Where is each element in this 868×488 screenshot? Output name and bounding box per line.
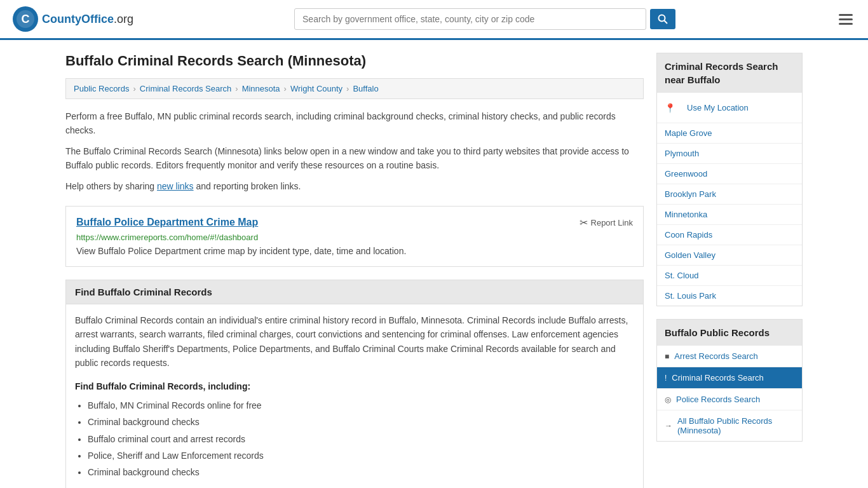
breadcrumb-sep-4: › bbox=[346, 84, 349, 93]
page-header: C CountyOffice.org bbox=[0, 0, 868, 40]
breadcrumb-minnesota[interactable]: Minnesota bbox=[242, 84, 280, 93]
breadcrumb-wright-county[interactable]: Wright County bbox=[290, 84, 342, 93]
search-input[interactable] bbox=[294, 8, 646, 30]
location-pin-icon: 📍 bbox=[665, 103, 675, 113]
scissors-icon: ✂ bbox=[580, 217, 588, 229]
content-area: Buffalo Criminal Records Search (Minneso… bbox=[65, 53, 644, 488]
arrest-icon: ■ bbox=[665, 352, 669, 361]
list-item: Police, Sheriff and Law Enforcement reco… bbox=[88, 449, 634, 463]
logo[interactable]: C CountyOffice.org bbox=[13, 6, 133, 32]
breadcrumb: Public Records › Criminal Records Search… bbox=[65, 78, 644, 99]
pub-records-all[interactable]: → All Buffalo Public Records (Minnesota) bbox=[657, 410, 802, 441]
description-para2: The Buffalo Criminal Records Search (Min… bbox=[65, 144, 644, 173]
all-records-icon: → bbox=[665, 421, 672, 430]
list-item: Criminal background checks bbox=[88, 415, 634, 429]
find-records-header: Find Buffalo Criminal Records bbox=[66, 280, 643, 304]
search-icon bbox=[658, 14, 668, 24]
link-card: Buffalo Police Department Crime Map ✂ Re… bbox=[65, 206, 644, 267]
description-para3: Help others by sharing new links and rep… bbox=[65, 179, 644, 193]
sidebar-item-greenwood[interactable]: Greenwood bbox=[657, 164, 802, 184]
find-records-list: Buffalo, MN Criminal Records online for … bbox=[75, 398, 634, 480]
find-records-subheading: Find Buffalo Criminal Records, including… bbox=[75, 379, 634, 393]
breadcrumb-public-records[interactable]: Public Records bbox=[74, 84, 129, 93]
breadcrumb-sep-3: › bbox=[284, 84, 287, 93]
sidebar-public-records-title: Buffalo Public Records bbox=[656, 319, 803, 346]
link-card-title[interactable]: Buffalo Police Department Crime Map bbox=[76, 217, 258, 228]
pub-records-arrest[interactable]: ■ Arrest Records Search bbox=[657, 346, 802, 367]
logo-text: CountyOffice.org bbox=[42, 13, 133, 26]
find-records-para1: Buffalo Criminal Records contain an indi… bbox=[75, 313, 634, 370]
sidebar-item-coon-rapids[interactable]: Coon Rapids bbox=[657, 225, 802, 245]
link-url[interactable]: https://www.crimereports.com/home/#!/das… bbox=[76, 233, 633, 242]
pub-records-police[interactable]: ◎ Police Records Search bbox=[657, 389, 802, 410]
sidebar-item-st-cloud[interactable]: St. Cloud bbox=[657, 266, 802, 286]
sidebar-item-plymouth[interactable]: Plymouth bbox=[657, 144, 802, 164]
page-title: Buffalo Criminal Records Search (Minneso… bbox=[65, 53, 644, 69]
public-records-list: ■ Arrest Records Search ! Criminal Recor… bbox=[656, 346, 803, 442]
breadcrumb-buffalo[interactable]: Buffalo bbox=[353, 84, 378, 93]
menu-icon-line1 bbox=[839, 14, 853, 16]
svg-text:C: C bbox=[22, 13, 30, 25]
breadcrumb-sep-2: › bbox=[235, 84, 238, 93]
sidebar-item-golden-valley[interactable]: Golden Valley bbox=[657, 245, 802, 266]
menu-icon-line2 bbox=[839, 18, 853, 20]
report-link-button[interactable]: ✂ Report Link bbox=[580, 217, 633, 229]
breadcrumb-sep-1: › bbox=[133, 84, 135, 93]
criminal-icon: ! bbox=[665, 374, 667, 383]
police-icon: ◎ bbox=[665, 395, 671, 404]
use-location-link[interactable]: Use My Location bbox=[679, 98, 756, 118]
search-button[interactable] bbox=[650, 9, 675, 29]
find-records-section: Find Buffalo Criminal Records Buffalo Cr… bbox=[65, 280, 644, 488]
use-location-item[interactable]: 📍 Use My Location bbox=[657, 93, 802, 123]
logo-icon: C bbox=[13, 6, 38, 32]
menu-button[interactable] bbox=[836, 11, 855, 27]
new-links[interactable]: new links bbox=[157, 181, 194, 191]
breadcrumb-criminal-records[interactable]: Criminal Records Search bbox=[140, 84, 232, 93]
sidebar-item-minnetonka[interactable]: Minnetonka bbox=[657, 205, 802, 225]
svg-line-4 bbox=[665, 21, 668, 24]
link-description: View Buffalo Police Department crime map… bbox=[76, 246, 633, 256]
find-records-body: Buffalo Criminal Records contain an indi… bbox=[66, 304, 643, 488]
sidebar-criminal-title: Criminal Records Search near Buffalo bbox=[656, 53, 803, 93]
sidebar-criminal-list: 📍 Use My Location Maple Grove Plymouth G… bbox=[656, 93, 803, 306]
link-card-header: Buffalo Police Department Crime Map ✂ Re… bbox=[76, 217, 633, 229]
list-item: Buffalo criminal court and arrest record… bbox=[88, 432, 634, 446]
sidebar-item-maple-grove[interactable]: Maple Grove bbox=[657, 123, 802, 144]
svg-point-3 bbox=[659, 15, 665, 22]
menu-icon-line3 bbox=[839, 23, 853, 25]
sidebar: Criminal Records Search near Buffalo 📍 U… bbox=[656, 53, 803, 488]
sidebar-criminal-section: Criminal Records Search near Buffalo 📍 U… bbox=[656, 53, 803, 306]
list-item: Criminal background checks bbox=[88, 465, 634, 479]
sidebar-item-st-louis-park[interactable]: St. Louis Park bbox=[657, 286, 802, 306]
sidebar-public-records-section: Buffalo Public Records ■ Arrest Records … bbox=[656, 319, 803, 442]
search-bar bbox=[294, 8, 675, 30]
sidebar-item-brooklyn-park[interactable]: Brooklyn Park bbox=[657, 184, 802, 205]
description-para1: Perform a free Buffalo, MN public crimin… bbox=[65, 109, 644, 138]
main-container: Buffalo Criminal Records Search (Minneso… bbox=[53, 40, 815, 488]
pub-records-criminal[interactable]: ! Criminal Records Search bbox=[657, 367, 802, 389]
list-item: Buffalo, MN Criminal Records online for … bbox=[88, 398, 634, 412]
